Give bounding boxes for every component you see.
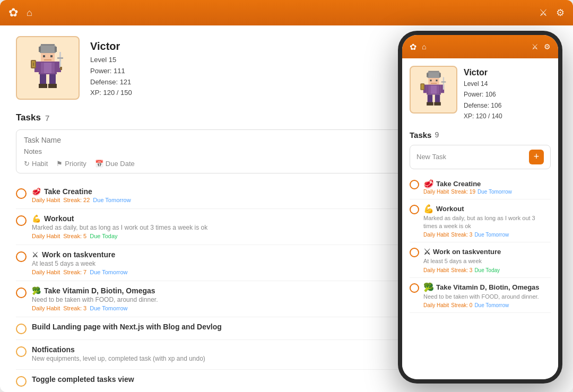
phone-home-icon[interactable]: ⌂ [422, 42, 426, 51]
character-sprite [29, 41, 66, 94]
tag-habit: Daily Habit [32, 269, 60, 275]
priority-label: Priority [65, 160, 86, 168]
svg-rect-21 [39, 84, 47, 88]
task-emoji: 🥩 [32, 187, 41, 196]
tag-due: Due Tomorrow [93, 197, 131, 203]
svg-rect-29 [436, 80, 437, 81]
top-nav: ✿ ⌂ ⚔ ⚙ [0, 0, 573, 25]
tag-streak: Streak: 22 [63, 197, 90, 203]
phone-task-circle[interactable] [410, 205, 419, 214]
svg-rect-6 [50, 55, 53, 57]
phone-task-circle[interactable] [410, 283, 419, 293]
svg-rect-3 [55, 47, 57, 52]
svg-rect-41 [435, 94, 439, 103]
tag-habit: Daily Habit [32, 305, 60, 311]
svg-rect-15 [33, 63, 34, 66]
habit-button[interactable]: ↻ Habit [24, 160, 48, 168]
character-name: Victor [90, 40, 132, 53]
phone-task-tags: Daily Habit Streak: 19 Due Tomorrow [423, 189, 551, 195]
svg-rect-22 [48, 84, 57, 88]
phone-add-task-button[interactable]: + [529, 150, 544, 164]
leaf-icon[interactable]: ✿ [8, 6, 18, 20]
task-complete-circle[interactable] [16, 251, 27, 262]
phone-tag-due: Due Tomorrow [474, 302, 509, 308]
svg-rect-42 [427, 102, 433, 106]
task-name: Take Creatine [44, 187, 92, 196]
task-complete-circle[interactable] [16, 215, 27, 226]
phone-task-tags: Daily Habit Streak: 0 Due Tomorrow [423, 302, 551, 308]
phone-task-desc: Need to be taken with FOOD, around dinne… [423, 293, 551, 301]
phone-tag-habit: Daily Habit [423, 189, 449, 195]
priority-button[interactable]: ⚑ Priority [56, 160, 86, 168]
phone-task-circle[interactable] [410, 180, 419, 189]
phone-char-name: Victor [464, 68, 502, 77]
character-xp: XP: 120 / 150 [90, 88, 132, 99]
svg-rect-16 [59, 52, 61, 68]
svg-rect-25 [427, 73, 428, 77]
svg-rect-18 [60, 67, 62, 70]
phone-char-power: Power: 106 [464, 89, 502, 100]
nav-right: ⚔ ⚙ [539, 7, 565, 19]
tag-streak: Streak: 3 [63, 305, 86, 311]
svg-rect-17 [57, 57, 63, 59]
character-info: Victor Level 15 Power: 111 Defense: 121 … [90, 36, 132, 100]
phone-tag-streak: Streak: 3 [451, 232, 472, 238]
home-icon[interactable]: ⌂ [27, 7, 32, 19]
character-level: Level 15 [90, 55, 132, 66]
swords-icon[interactable]: ⚔ [539, 7, 548, 19]
settings-icon[interactable]: ⚙ [556, 7, 565, 19]
tag-due: Due Today [90, 233, 117, 239]
task-name: Take Vitamin D, Biotin, Omegas [44, 286, 155, 295]
phone-task-item: ⚔ Work on taskventure At least 5 days a … [410, 242, 551, 277]
task-complete-circle[interactable] [16, 288, 27, 298]
phone-leaf-icon[interactable]: ✿ [410, 42, 416, 52]
phone-content: Victor Level 14 Power: 106 Defense: 106 … [402, 58, 558, 379]
task-emoji: 🥦 [32, 286, 41, 295]
app-window: ✿ ⌂ ⚔ ⚙ [0, 0, 573, 392]
phone-tasks-header: Tasks 9 [410, 130, 551, 140]
due-date-label: Due Date [106, 160, 135, 168]
phone-task-content: 💪 Workout Marked as daily, but as long a… [423, 204, 551, 238]
task-complete-circle[interactable] [16, 376, 27, 387]
task-name: Work on taskventure [42, 250, 115, 259]
phone-tag-habit: Daily Habit [423, 267, 449, 273]
task-complete-circle[interactable] [16, 188, 27, 199]
phone-char-defense: Defense: 106 [464, 100, 502, 111]
tasks-count: 7 [45, 114, 49, 123]
task-emoji: ⚔ [32, 250, 39, 259]
task-complete-circle[interactable] [16, 346, 27, 357]
svg-rect-19 [40, 74, 46, 85]
svg-rect-30 [431, 83, 437, 84]
character-defense: Defense: 121 [90, 77, 132, 88]
task-name: Build Landing page with Next.js with Blo… [32, 323, 222, 331]
phone-tag-habit: Daily Habit [423, 302, 449, 308]
svg-rect-5 [43, 55, 45, 57]
phone-task-name: Take Creatine [436, 180, 481, 188]
tag-streak: Streak: 5 [63, 233, 86, 239]
svg-rect-2 [39, 47, 41, 52]
phone-task-desc: At least 5 days a week [423, 257, 551, 265]
phone-tasks-count: 9 [435, 130, 439, 139]
phone-new-task-box[interactable]: New Task + [410, 145, 551, 169]
tasks-title: Tasks [16, 112, 41, 123]
phone-task-content: 🥩 Take Creatine Daily Habit Streak: 19 D… [423, 179, 551, 195]
phone-task-circle[interactable] [410, 248, 419, 257]
phone-task-name: Take Vitamin D, Biotin, Omegas [436, 283, 540, 291]
due-date-button[interactable]: 📅 Due Date [95, 160, 135, 168]
phone-swords-icon[interactable]: ⚔ [532, 42, 539, 51]
phone-task-desc: Marked as daily, but as long as I work o… [423, 214, 551, 231]
task-emoji: 💪 [32, 214, 41, 223]
phone-task-tags: Daily Habit Streak: 3 Due Tomorrow [423, 232, 551, 238]
task-complete-circle[interactable] [16, 324, 27, 334]
phone-task-emoji: 🥩 [423, 179, 434, 189]
phone-tag-streak: Streak: 3 [451, 267, 472, 273]
phone-settings-icon[interactable]: ⚙ [544, 42, 551, 51]
svg-rect-7 [44, 59, 51, 60]
phone-tag-due: Due Today [474, 267, 500, 273]
svg-rect-1 [40, 46, 56, 53]
phone-char-level: Level 14 [464, 79, 502, 89]
phone-new-task-label: New Task [416, 153, 446, 161]
svg-rect-26 [439, 73, 440, 77]
phone-task-item: 🥦 Take Vitamin D, Biotin, Omegas Need to… [410, 278, 551, 313]
phone-character-avatar [410, 66, 457, 114]
